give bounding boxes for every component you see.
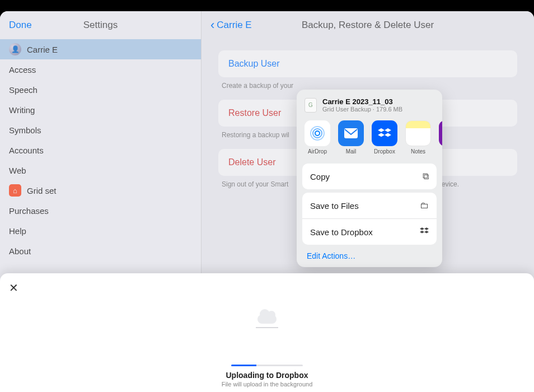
sidebar-item-help[interactable]: Help [0,221,201,241]
sidebar-item-access[interactable]: Access [0,59,201,80]
file-thumbnail-icon: G [305,98,317,113]
svg-point-0 [315,131,320,136]
sidebar-item-label: Purchases [9,206,49,216]
share-file-name: Carrie E 2023_11_03 [322,97,402,106]
done-button[interactable]: Done [9,20,32,31]
sidebar-item-label: Symbols [9,125,41,135]
sidebar-item-about[interactable]: About [0,241,201,261]
sidebar-item-writing[interactable]: Writing [0,100,201,120]
app-label: Mail [346,148,356,155]
share-file-row: G Carrie E 2023_11_03 Grid User Backup ·… [297,95,442,118]
sidebar-header: Done Settings [0,11,201,39]
notes-icon [405,120,431,146]
share-action-block-copy: Copy ⧉ [302,164,437,189]
sidebar-item-symbols[interactable]: Symbols [0,120,201,140]
mail-app[interactable]: Mail [338,120,364,155]
sidebar-item-label: Web [9,166,26,175]
notes-app[interactable]: Notes [405,120,431,155]
app-label: Dropbox [374,148,395,155]
delete-user-label: Delete User [228,157,275,167]
action-label: Save to Dropbox [310,227,373,237]
backup-user-label: Backup User [228,59,280,68]
delete-hint-before: Sign out of your Smart [222,180,288,188]
main-header: ‹ Carrie E Backup, Restore & Delete User [202,11,534,39]
save-to-dropbox-action[interactable]: Save to Dropbox [302,218,437,245]
copy-icon: ⧉ [423,171,429,181]
action-label: Copy [310,172,330,181]
close-button[interactable]: ✕ [6,280,21,296]
action-label: Save to Files [310,201,359,211]
sidebar-item-label: Writing [9,105,35,115]
dropbox-small-icon [420,227,429,237]
restore-user-label: Restore User [228,108,281,118]
upload-icon-wrap [0,306,534,328]
sidebar-item-gridset[interactable]: ⌂ Grid set [0,180,201,200]
folder-icon: 🗀 [420,200,429,211]
back-button[interactable]: ‹ Carrie E [210,19,252,31]
share-sheet-popover: G Carrie E 2023_11_03 Grid User Backup ·… [297,90,442,267]
upload-progress-sheet: ✕ Uploading to Dropbox File will upload … [0,273,534,392]
close-icon: ✕ [9,281,18,295]
sidebar-item-user[interactable]: 👤 Carrie E [0,39,201,59]
chevron-left-icon: ‹ [210,19,214,31]
save-to-files-action[interactable]: Save to Files 🗀 [302,193,437,218]
share-file-type: Grid User Backup [322,106,371,113]
sidebar-item-label: Carrie E [27,45,58,54]
cloud-upload-icon [255,306,279,324]
backup-hint: Create a backup of your [222,82,514,90]
sidebar-item-label: Access [9,65,36,74]
onenote-icon: N [439,120,442,146]
upload-icon-underline [256,327,278,328]
gridset-icon: ⌂ [9,184,21,197]
onenote-app[interactable]: N O [439,120,442,155]
app-label: Notes [411,148,425,155]
upload-progress-bar [231,365,303,366]
svg-point-1 [313,129,322,138]
airdrop-app[interactable]: AirDrop [305,120,330,155]
sidebar-item-label: About [9,246,31,256]
mail-icon [338,120,364,146]
sidebar-item-label: Accounts [9,146,44,155]
dropbox-app[interactable]: Dropbox [372,120,397,155]
upload-title: Uploading to Dropbox [0,371,534,380]
sidebar-item-accounts[interactable]: Accounts [0,140,201,160]
share-action-block-save: Save to Files 🗀 Save to Dropbox [302,193,437,245]
upload-subtitle: File will upload in the background [0,381,534,388]
sidebar-item-label: Speech [9,85,38,95]
share-apps-row: AirDrop Mail Dropbox Notes N O [297,118,442,160]
sidebar-item-purchases[interactable]: Purchases [0,200,201,221]
sidebar-item-speech[interactable]: Speech [0,80,201,100]
dropbox-icon [372,120,397,146]
backup-user-row[interactable]: Backup User [218,50,517,77]
share-file-meta: Grid User Backup · 179.6 MB [322,106,402,113]
sidebar-item-label: Grid set [27,186,57,195]
sidebar-item-label: Help [9,226,26,236]
edit-actions-link[interactable]: Edit Actions… [297,245,442,260]
upload-progress-fill [231,365,256,366]
copy-action[interactable]: Copy ⧉ [302,164,437,189]
airdrop-icon [305,120,330,146]
share-file-size: 179.6 MB [376,106,402,113]
app-label: AirDrop [308,148,327,155]
sidebar-item-web[interactable]: Web [0,160,201,180]
back-label: Carrie E [217,20,251,31]
avatar-icon: 👤 [9,43,21,55]
svg-rect-3 [344,128,358,138]
